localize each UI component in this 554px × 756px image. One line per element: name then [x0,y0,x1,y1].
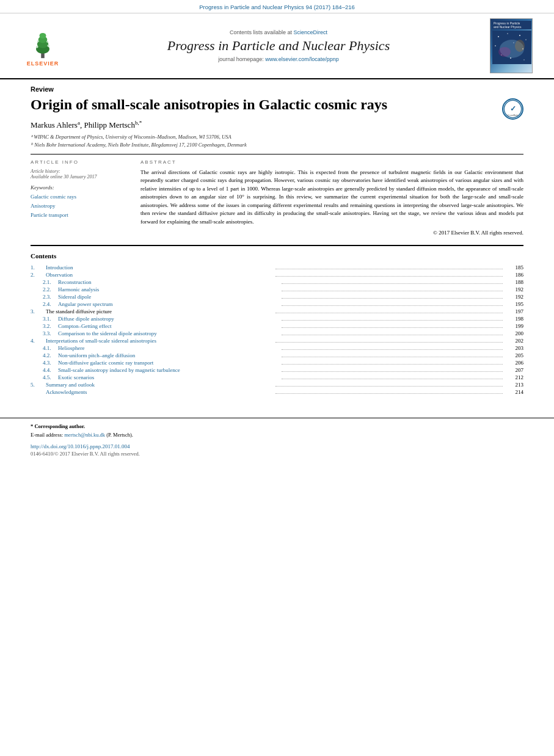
toc-num-5: 5. [31,382,46,388]
toc-page-1: 185 [505,264,523,271]
toc-page-4-2: 205 [505,352,523,358]
toc-item-4-4: 4.4. Small-scale anisotropy induced by m… [31,367,523,374]
toc-dots-3-1 [282,320,503,321]
toc-title-1[interactable]: Introduction [46,264,273,271]
toc-dots-1 [275,269,503,269]
toc-title-4-1[interactable]: Heliosphere [58,345,279,351]
toc-title-2[interactable]: Observation [46,272,273,278]
toc-title-4-3[interactable]: Non-diffusive galactic cosmic ray transp… [58,360,279,366]
svg-point-8 [46,41,48,43]
toc-page-2: 186 [505,272,523,278]
toc-title-4-2[interactable]: Non-uniform pitch–angle diffusion [58,352,279,358]
journal-center: Contents lists available at ScienceDirec… [67,29,490,62]
svg-point-7 [37,40,39,42]
toc-num-1: 1. [31,264,46,271]
page: Progress in Particle and Nuclear Physics… [0,0,554,756]
header-divider [31,154,523,154]
abstract-header: ABSTRACT [140,159,523,165]
author-ahlers: Markus Ahlersa, Philipp Mertschb,* [31,120,142,129]
footer-email-line: E-mail address: mertsch@nbi.ku.dk (P. Me… [31,432,523,438]
toc-title-5[interactable]: Summary and outlook [46,382,273,388]
history-value: Available online 30 January 2017 [31,174,128,180]
toc-title-2-1[interactable]: Reconstruction [58,279,279,285]
toc-dots-4-2 [282,357,503,357]
toc-page-2-4: 195 [505,301,523,307]
toc-title-4[interactable]: Interpretations of small-scale sidereal … [46,338,273,344]
toc-dots-4-5 [282,379,503,379]
toc-item-acknowledgments: Acknowledgments 214 [31,389,523,396]
keyword-2: Anisotropy [31,202,128,211]
toc-num-3-2: 3.2. [31,323,58,329]
toc-num-2-4: 2.4. [31,301,58,307]
crossmark-badge[interactable]: ✓ CrossMark [502,98,523,120]
toc-page-3-1: 198 [505,316,523,322]
footer-doi: http://dx.doi.org/10.1016/j.ppnp.2017.01… [31,443,523,449]
toc-item-5: 5. Summary and outlook 213 [31,382,523,388]
toc-item-2-1: 2.1. Reconstruction 188 [31,279,523,286]
toc-title-2-4[interactable]: Angular power spectrum [58,301,279,307]
history-label: Article history: [31,169,128,174]
toc-num-4: 4. [31,338,46,344]
sciencedirect-label: Contents lists available at ScienceDirec… [67,29,490,35]
toc-num-3-1: 3.1. [31,316,58,322]
svg-point-14 [495,45,496,46]
elsevier-logo: ELSEVIER [18,26,67,67]
toc-dots-2-1 [282,283,503,284]
toc-title-3-1[interactable]: Diffuse dipole anisotropy [58,316,279,322]
toc-page-5: 213 [505,382,523,388]
toc-title-2-3[interactable]: Sidereal dipole [58,294,279,300]
keyword-1: Galactic cosmic rays [31,192,128,202]
toc-item-2: 2. Observation 186 [31,272,523,278]
svg-point-4 [40,32,46,38]
journal-banner: ELSEVIER Contents lists available at Sci… [0,13,554,79]
footer: * Corresponding author. E-mail address: … [0,418,554,457]
email-link[interactable]: mertsch@nbi.ku.dk [64,432,105,438]
toc-title-3-2[interactable]: Compton–Getting effect [58,323,279,329]
svg-point-12 [519,35,520,36]
toc-title-4-5[interactable]: Exotic scenarios [58,374,279,380]
footer-issn: 0146-6410/© 2017 Elsevier B.V. All right… [31,451,523,457]
journal-cover: Progress in Particleand Nuclear Physics [490,18,536,73]
toc-title-3-3[interactable]: Comparison to the sidereal dipole anisot… [58,330,279,336]
toc-title-2-2[interactable]: Harmonic analysis [58,286,279,293]
toc-num-4-2: 4.2. [31,352,58,358]
email-label: E-mail address: [31,432,63,438]
toc-title-ack[interactable]: Acknowledgments [46,389,273,395]
toc-page-4-3: 206 [505,360,523,366]
toc-item-3-3: 3.3. Comparison to the sidereal dipole a… [31,330,523,337]
svg-point-19 [523,59,524,60]
toc-page-3-3: 200 [505,330,523,336]
toc-dots-4 [275,342,503,343]
keyword-3: Particle transport [31,211,128,220]
toc-dots-4-4 [282,371,503,372]
article-history: Article history: Available online 30 Jan… [31,169,128,180]
toc-item-2-4: 2.4. Angular power spectrum 195 [31,301,523,308]
article-info-column: ARTICLE INFO Article history: Available … [31,159,128,236]
toc-dots-3 [275,313,503,313]
contents-header: Contents [31,252,523,260]
toc-page-2-3: 192 [505,294,523,300]
toc-item-2-2: 2.2. Harmonic analysis 192 [31,286,523,293]
toc-page-3: 197 [505,308,523,314]
journal-ref-link[interactable]: Progress in Particle and Nuclear Physics… [199,4,355,10]
toc-num-4-3: 4.3. [31,360,58,366]
toc-title-3[interactable]: The standard diffusive picture [46,308,273,314]
toc-dots-4-3 [282,364,503,365]
elsevier-tree-icon [24,26,61,59]
toc-page-2-2: 192 [505,286,523,293]
doi-link[interactable]: http://dx.doi.org/10.1016/j.ppnp.2017.01… [31,443,130,449]
copyright-notice: © 2017 Elsevier B.V. All rights reserved… [140,230,523,236]
toc-title-4-4[interactable]: Small-scale anisotropy induced by magnet… [58,367,279,373]
toc-page-3-2: 199 [505,323,523,329]
elsevier-text: ELSEVIER [27,60,59,67]
sciencedirect-link[interactable]: ScienceDirect [294,29,328,35]
svg-point-13 [525,39,527,40]
toc-item-3-1: 3.1. Diffuse dipole anisotropy 198 [31,316,523,322]
toc-page-4-5: 212 [505,374,523,380]
homepage-link[interactable]: www.elsevier.com/locate/ppnp [265,56,339,62]
toc-dots-2-3 [282,298,503,299]
info-abstract-section: ARTICLE INFO Article history: Available … [31,159,523,236]
authors-line: Markus Ahlersa, Philipp Mertschb,* [31,120,523,130]
toc-dots-2 [275,276,503,277]
toc-num-4-4: 4.4. [31,367,58,373]
